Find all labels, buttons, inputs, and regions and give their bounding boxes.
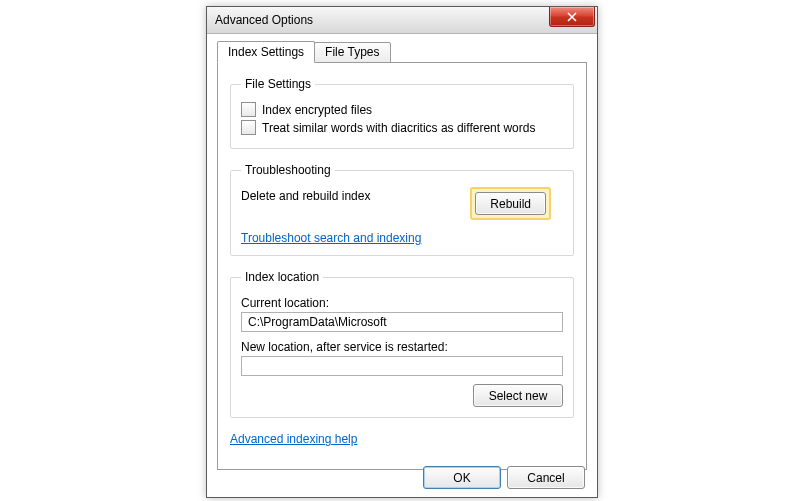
client-area: Index Settings File Types File Settings … — [217, 41, 587, 459]
group-legend: Troubleshooting — [241, 163, 335, 177]
checkbox-label: Treat similar words with diacritics as d… — [262, 121, 535, 135]
button-label: Select new — [489, 389, 548, 403]
advanced-indexing-help-link[interactable]: Advanced indexing help — [230, 432, 357, 446]
current-location-label: Current location: — [241, 296, 563, 310]
tab-file-types[interactable]: File Types — [314, 42, 390, 63]
troubleshooting-inner: Delete and rebuild index Rebuild Trouble… — [241, 185, 563, 245]
new-location-field[interactable] — [241, 356, 563, 376]
title-bar: Advanced Options — [207, 7, 597, 34]
button-label: Cancel — [527, 471, 564, 485]
group-troubleshooting: Troubleshooting Delete and rebuild index… — [230, 163, 574, 256]
checkbox-index-encrypted[interactable] — [241, 102, 256, 117]
tab-label: Index Settings — [228, 45, 304, 59]
close-icon — [566, 12, 578, 22]
tab-label: File Types — [325, 45, 379, 59]
checkbox-label: Index encrypted files — [262, 103, 372, 117]
tab-page-index-settings: File Settings Index encrypted files Trea… — [217, 62, 587, 470]
ok-button[interactable]: OK — [423, 466, 501, 489]
button-label: Rebuild — [490, 197, 531, 211]
tab-strip: Index Settings File Types — [217, 41, 587, 63]
window-title: Advanced Options — [207, 13, 549, 27]
select-new-row: Select new — [241, 384, 563, 407]
select-new-button[interactable]: Select new — [473, 384, 563, 407]
checkbox-row: Index encrypted files — [241, 102, 563, 117]
help-link-row: Advanced indexing help — [230, 432, 574, 446]
group-legend: Index location — [241, 270, 323, 284]
tab-index-settings[interactable]: Index Settings — [217, 41, 315, 63]
rebuild-highlight: Rebuild — [470, 187, 551, 220]
troubleshoot-search-link[interactable]: Troubleshoot search and indexing — [241, 231, 421, 245]
button-label: OK — [453, 471, 470, 485]
checkbox-treat-diacritics[interactable] — [241, 120, 256, 135]
group-legend: File Settings — [241, 77, 315, 91]
current-location-field[interactable] — [241, 312, 563, 332]
group-index-location: Index location Current location: New loc… — [230, 270, 574, 418]
dialog-footer: OK Cancel — [423, 466, 585, 489]
checkbox-row: Treat similar words with diacritics as d… — [241, 120, 563, 135]
new-location-label: New location, after service is restarted… — [241, 340, 563, 354]
cancel-button[interactable]: Cancel — [507, 466, 585, 489]
rebuild-button[interactable]: Rebuild — [475, 192, 546, 215]
advanced-options-dialog: Advanced Options Index Settings File Typ… — [206, 6, 598, 498]
close-button[interactable] — [549, 7, 595, 27]
group-file-settings: File Settings Index encrypted files Trea… — [230, 77, 574, 149]
